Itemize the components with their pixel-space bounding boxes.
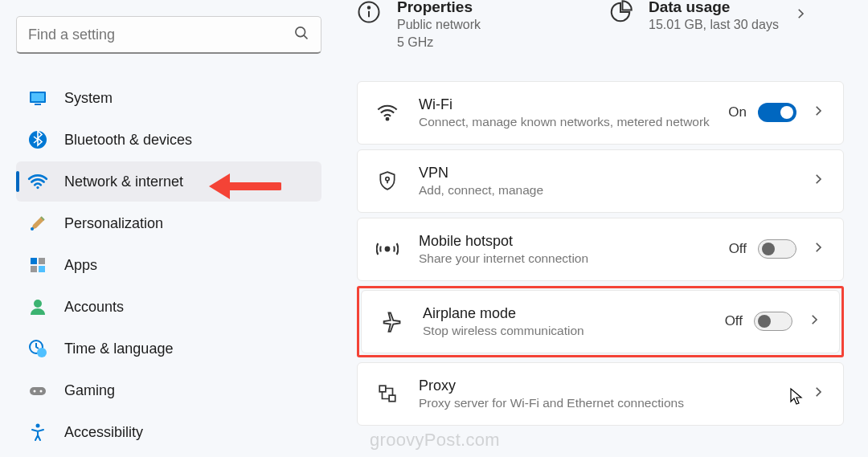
svg-point-16 bbox=[34, 390, 36, 393]
svg-rect-15 bbox=[30, 387, 46, 395]
sidebar-item-label: Apps bbox=[64, 257, 97, 274]
proxy-card[interactable]: Proxy Proxy server for Wi-Fi and Etherne… bbox=[357, 362, 844, 426]
sidebar-item-network[interactable]: Network & internet bbox=[16, 161, 321, 202]
hotspot-card[interactable]: Mobile hotspot Share your internet conne… bbox=[357, 218, 844, 281]
airplane-icon bbox=[379, 309, 403, 333]
card-sub: Share your internet connection bbox=[419, 251, 729, 266]
sidebar-item-apps[interactable]: Apps bbox=[16, 245, 321, 285]
sidebar-item-label: Bluetooth & devices bbox=[64, 132, 192, 149]
svg-rect-3 bbox=[31, 93, 44, 101]
data-usage-card[interactable]: Data usage 15.01 GB, last 30 days bbox=[608, 0, 844, 57]
sidebar-item-label: Accessibility bbox=[64, 424, 143, 441]
sidebar-item-bluetooth[interactable]: Bluetooth & devices bbox=[16, 120, 321, 160]
card-sub: Add, connect, manage bbox=[419, 183, 811, 198]
card-sub: Connect, manage known networks, metered … bbox=[419, 115, 728, 129]
sidebar-item-label: Gaming bbox=[64, 382, 115, 399]
svg-point-7 bbox=[31, 227, 34, 231]
sidebar-item-time-language[interactable]: Time & language bbox=[16, 328, 321, 369]
svg-point-0 bbox=[296, 27, 305, 37]
hotspot-state-label: Off bbox=[729, 241, 747, 257]
properties-sub2: 5 GHz bbox=[397, 34, 481, 51]
search-icon bbox=[293, 25, 309, 44]
svg-point-23 bbox=[386, 177, 389, 181]
card-title: VPN bbox=[419, 165, 811, 182]
sidebar-item-system[interactable]: System bbox=[16, 78, 321, 118]
airplane-highlight-box: Airplane mode Stop wireless communicatio… bbox=[357, 286, 844, 357]
chevron-right-icon bbox=[811, 172, 825, 190]
svg-rect-10 bbox=[31, 266, 37, 272]
hotspot-toggle[interactable] bbox=[758, 239, 796, 259]
airplane-state-label: Off bbox=[725, 313, 743, 329]
data-usage-icon bbox=[608, 0, 634, 26]
bluetooth-icon bbox=[27, 129, 48, 150]
card-title: Wi-Fi bbox=[419, 96, 728, 113]
chevron-right-icon bbox=[811, 104, 825, 121]
shield-icon bbox=[375, 169, 399, 193]
wifi-card[interactable]: Wi-Fi Connect, manage known networks, me… bbox=[357, 81, 844, 145]
wifi-toggle[interactable] bbox=[758, 103, 796, 122]
sidebar-item-label: Accounts bbox=[64, 299, 124, 316]
svg-point-12 bbox=[34, 300, 42, 308]
card-sub: Proxy server for Wi-Fi and Ethernet conn… bbox=[419, 396, 811, 410]
vpn-card[interactable]: VPN Add, connect, manage bbox=[357, 149, 844, 213]
info-icon bbox=[357, 0, 383, 26]
svg-point-14 bbox=[37, 348, 47, 357]
svg-point-6 bbox=[36, 186, 39, 189]
svg-point-21 bbox=[368, 6, 371, 9]
sidebar-item-accounts[interactable]: Accounts bbox=[16, 287, 321, 327]
sidebar-item-label: Time & language bbox=[64, 341, 173, 357]
svg-rect-11 bbox=[39, 266, 45, 272]
sidebar-nav: System Bluetooth & devices Network & int… bbox=[16, 78, 321, 452]
clock-globe-icon bbox=[27, 338, 48, 359]
data-usage-title: Data usage bbox=[649, 0, 779, 16]
sidebar-item-label: System bbox=[64, 90, 113, 107]
svg-point-24 bbox=[386, 247, 390, 251]
svg-rect-4 bbox=[35, 104, 41, 105]
hotspot-icon bbox=[375, 237, 399, 261]
chevron-right-icon bbox=[793, 6, 808, 24]
properties-card[interactable]: Properties Public network 5 GHz bbox=[357, 0, 592, 57]
airplane-toggle[interactable] bbox=[754, 312, 792, 331]
svg-line-1 bbox=[304, 35, 307, 39]
card-title: Proxy bbox=[419, 377, 811, 394]
wifi-icon bbox=[375, 100, 399, 124]
chevron-right-icon bbox=[807, 312, 821, 330]
sidebar-item-label: Personalization bbox=[64, 215, 163, 232]
svg-rect-8 bbox=[31, 258, 37, 264]
sidebar-item-gaming[interactable]: Gaming bbox=[16, 370, 321, 410]
properties-sub1: Public network bbox=[397, 16, 481, 34]
card-title: Airplane mode bbox=[423, 305, 725, 322]
svg-rect-25 bbox=[379, 386, 386, 393]
gamepad-icon bbox=[27, 380, 48, 401]
card-title: Mobile hotspot bbox=[419, 233, 729, 250]
chevron-right-icon bbox=[811, 240, 825, 258]
user-icon bbox=[27, 296, 48, 317]
sidebar-item-accessibility[interactable]: Accessibility bbox=[16, 412, 321, 452]
svg-rect-26 bbox=[389, 395, 395, 402]
sidebar: System Bluetooth & devices Network & int… bbox=[0, 0, 338, 457]
paintbrush-icon bbox=[27, 213, 48, 234]
svg-point-17 bbox=[40, 390, 43, 393]
card-sub: Stop wireless communication bbox=[423, 324, 725, 338]
search-input[interactable] bbox=[16, 16, 321, 54]
svg-point-22 bbox=[387, 118, 389, 120]
svg-rect-9 bbox=[39, 258, 45, 264]
display-icon bbox=[27, 88, 48, 108]
top-summary-row: Properties Public network 5 GHz Data usa… bbox=[357, 0, 844, 57]
svg-point-18 bbox=[36, 424, 40, 428]
main-content: Properties Public network 5 GHz Data usa… bbox=[338, 0, 868, 457]
accessibility-icon bbox=[27, 422, 48, 443]
airplane-mode-card[interactable]: Airplane mode Stop wireless communicatio… bbox=[361, 290, 840, 353]
search-field[interactable] bbox=[28, 27, 293, 43]
proxy-icon bbox=[375, 382, 399, 406]
apps-icon bbox=[27, 255, 48, 275]
properties-title: Properties bbox=[397, 0, 481, 16]
sidebar-item-label: Network & internet bbox=[64, 173, 183, 190]
wifi-icon bbox=[27, 171, 48, 192]
chevron-right-icon bbox=[811, 385, 825, 402]
data-usage-sub: 15.01 GB, last 30 days bbox=[649, 16, 779, 34]
wifi-state-label: On bbox=[728, 104, 747, 120]
sidebar-item-personalization[interactable]: Personalization bbox=[16, 203, 321, 243]
